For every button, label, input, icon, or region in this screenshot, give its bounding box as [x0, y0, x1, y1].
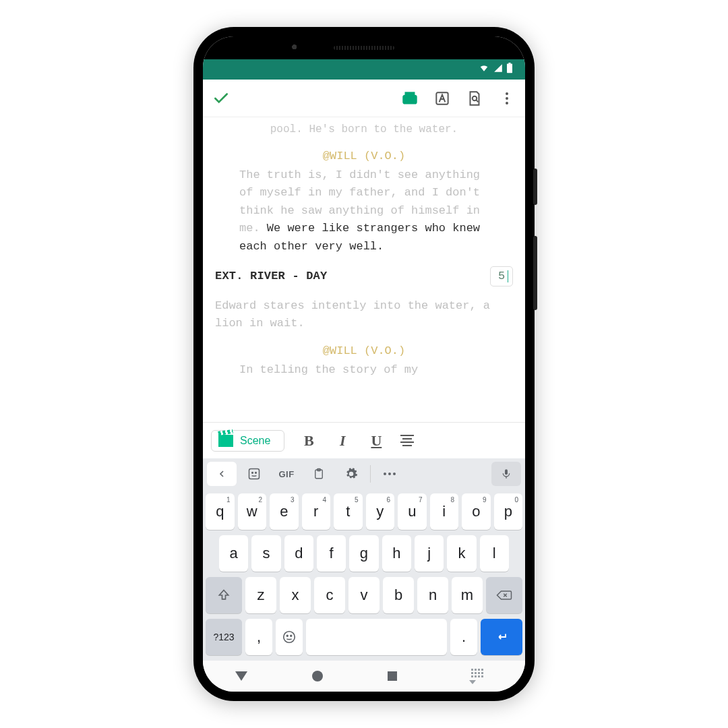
svg-rect-0	[507, 64, 512, 73]
svg-point-7	[406, 100, 407, 102]
key-m[interactable]: m	[452, 577, 483, 613]
key-row-3: zxcvbnm	[206, 577, 522, 613]
soft-keyboard: q1w2e3r4t5y6u7i8o9p0 asdfghjkl zxcvbnm ?…	[203, 489, 525, 661]
underline-button[interactable]: U	[367, 432, 386, 450]
key-y[interactable]: y6	[366, 493, 395, 530]
element-type-chip[interactable]: Scene	[211, 430, 284, 452]
home-button[interactable]	[312, 671, 323, 681]
svg-point-4	[406, 97, 407, 98]
recents-button[interactable]	[388, 671, 397, 681]
svg-point-5	[408, 97, 410, 98]
element-type-label: Scene	[240, 435, 270, 447]
find-in-page-icon[interactable]	[466, 90, 483, 107]
android-nav-bar	[203, 661, 525, 692]
gif-button[interactable]: GIF	[272, 462, 301, 486]
key-h[interactable]: h	[382, 535, 411, 572]
key-z[interactable]: z	[245, 577, 276, 613]
dialogue-emphasis: We were like strangers who knew each oth…	[239, 222, 480, 252]
wifi-icon	[478, 63, 490, 75]
key-l[interactable]: l	[480, 535, 509, 572]
back-button[interactable]	[235, 671, 247, 681]
key-s[interactable]: s	[251, 535, 280, 572]
notch	[203, 36, 525, 59]
format-toolbar: Scene B I U	[203, 422, 525, 458]
backspace-key[interactable]	[486, 577, 522, 613]
phone-frame: pool. He's born to the water. @WILL (V.O…	[193, 27, 535, 701]
svg-rect-1	[508, 63, 510, 64]
svg-point-13	[252, 473, 253, 474]
done-button[interactable]	[212, 90, 230, 107]
period-key[interactable]: .	[450, 619, 477, 655]
align-button[interactable]	[400, 435, 414, 446]
svg-point-20	[291, 635, 292, 636]
key-w[interactable]: w2	[238, 493, 267, 530]
italic-button[interactable]: I	[333, 432, 352, 450]
key-b[interactable]: b	[383, 577, 414, 613]
emoji-key[interactable]	[276, 619, 303, 655]
script-editor[interactable]: pool. He's born to the water. @WILL (V.O…	[203, 117, 525, 422]
svg-point-18	[284, 632, 295, 643]
key-j[interactable]: j	[415, 535, 444, 572]
clipboard-icon[interactable]	[304, 462, 334, 486]
voice-input-button[interactable]	[491, 462, 521, 486]
key-t[interactable]: t5	[334, 493, 363, 530]
dialogue-block: The truth is, I didn't see anything of m…	[239, 166, 489, 255]
symbols-key[interactable]: ?123	[206, 619, 242, 655]
battery-icon	[506, 63, 513, 76]
svg-point-8	[408, 100, 410, 102]
key-n[interactable]: n	[417, 577, 448, 613]
collapse-suggestions-button[interactable]	[207, 462, 237, 486]
key-i[interactable]: i8	[430, 493, 459, 530]
key-p[interactable]: p0	[494, 493, 523, 530]
comma-key[interactable]: ,	[245, 619, 272, 655]
cell-signal-icon	[493, 63, 504, 75]
key-u[interactable]: u7	[398, 493, 427, 530]
space-key[interactable]	[306, 619, 447, 655]
sticker-icon[interactable]	[239, 462, 269, 486]
keyboard-mode-icon[interactable]	[401, 90, 419, 107]
font-style-icon[interactable]	[433, 90, 451, 107]
separator	[370, 465, 371, 483]
hide-keyboard-icon[interactable]	[462, 669, 493, 684]
scene-number-input[interactable]: 5	[490, 266, 513, 286]
key-d[interactable]: d	[284, 535, 313, 572]
key-a[interactable]: a	[219, 535, 248, 572]
svg-rect-12	[249, 469, 260, 479]
scene-heading[interactable]: EXT. RIVER - DAY	[215, 268, 483, 285]
key-row-2: asdfghjkl	[206, 535, 522, 572]
key-r[interactable]: r4	[302, 493, 331, 530]
key-x[interactable]: x	[280, 577, 311, 613]
key-v[interactable]: v	[348, 577, 380, 613]
more-suggestions-icon[interactable]	[375, 462, 404, 486]
svg-rect-17	[505, 469, 508, 475]
front-camera	[291, 43, 300, 53]
svg-point-14	[255, 473, 257, 474]
svg-point-6	[411, 97, 413, 98]
overflow-menu-icon[interactable]	[498, 90, 516, 107]
enter-key[interactable]	[481, 619, 522, 655]
key-o[interactable]: o9	[462, 493, 491, 530]
key-e[interactable]: e3	[270, 493, 299, 530]
volume-button	[533, 236, 537, 310]
key-q[interactable]: q1	[206, 493, 235, 530]
speaker-grille	[334, 46, 394, 50]
svg-rect-3	[406, 92, 415, 95]
key-g[interactable]: g	[349, 535, 378, 572]
settings-icon[interactable]	[336, 462, 366, 486]
key-f[interactable]: f	[317, 535, 346, 572]
key-row-1: q1w2e3r4t5y6u7i8o9p0	[206, 493, 522, 530]
key-c[interactable]: c	[314, 577, 345, 613]
character-cue: @WILL (V.O.)	[215, 342, 513, 360]
shift-key[interactable]	[206, 577, 242, 613]
key-row-4: ?123 , .	[206, 619, 522, 655]
svg-point-19	[286, 635, 288, 636]
dialogue-block: In telling the story of my	[239, 361, 489, 379]
bold-button[interactable]: B	[299, 432, 318, 450]
clapperboard-icon	[218, 435, 233, 447]
app-toolbar	[203, 80, 525, 117]
scene-heading-row[interactable]: EXT. RIVER - DAY 5	[215, 266, 513, 286]
screen: pool. He's born to the water. @WILL (V.O…	[203, 36, 525, 692]
action-line: Edward stares intently into the water, a…	[215, 297, 513, 333]
power-button	[533, 169, 537, 205]
key-k[interactable]: k	[447, 535, 476, 572]
